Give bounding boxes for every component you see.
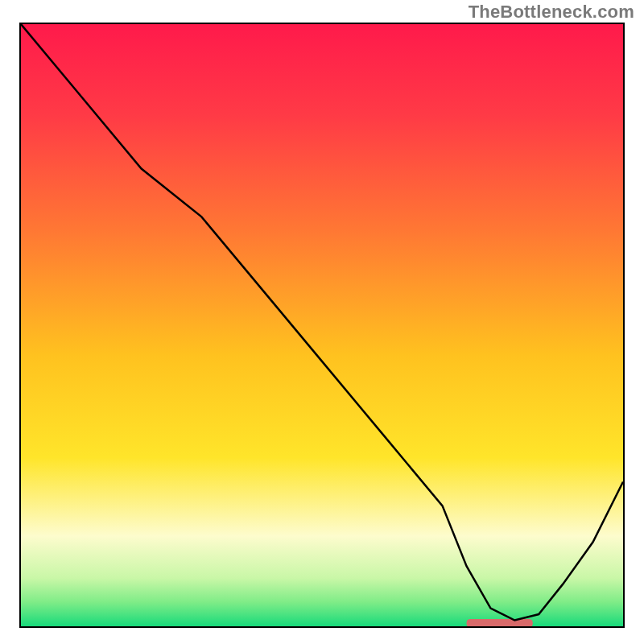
plot-area (19, 23, 625, 628)
watermark-text: TheBottleneck.com (469, 2, 634, 23)
chart-svg (21, 24, 623, 626)
optimal-range-marker (467, 619, 533, 626)
gradient-fill-rect (21, 24, 623, 626)
